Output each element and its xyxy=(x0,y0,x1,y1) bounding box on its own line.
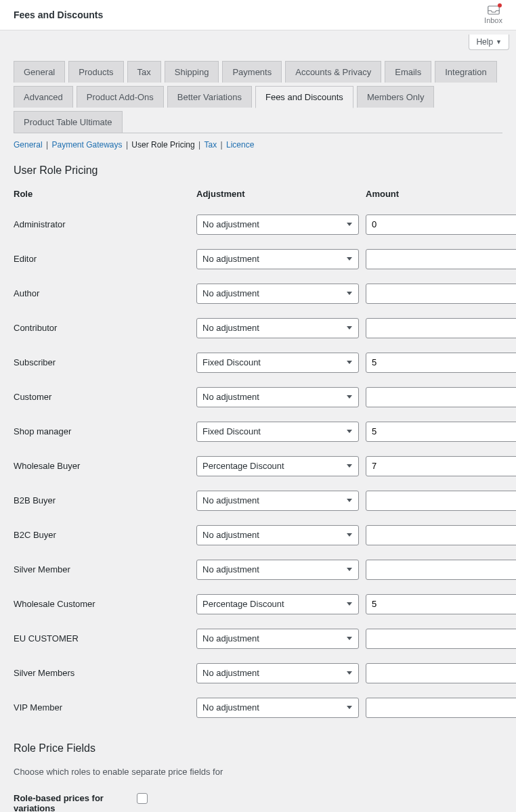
subnav: General | Payment Gateways | User Role P… xyxy=(0,133,516,150)
amount-input[interactable] xyxy=(366,491,516,511)
tab-better-variations[interactable]: Better Variations xyxy=(167,86,252,108)
adjustment-select-wrap: No adjustmentFixed DiscountPercentage Di… xyxy=(196,318,359,338)
amount-input[interactable] xyxy=(366,663,516,683)
subnav-link-tax[interactable]: Tax xyxy=(205,140,217,150)
help-button[interactable]: Help ▼ xyxy=(469,35,509,50)
amount-input[interactable] xyxy=(366,249,516,269)
adjustment-select[interactable]: No adjustmentFixed DiscountPercentage Di… xyxy=(196,698,359,718)
adjustment-select[interactable]: No adjustmentFixed DiscountPercentage Di… xyxy=(196,629,359,649)
adjustment-select[interactable]: No adjustmentFixed DiscountPercentage Di… xyxy=(196,284,359,304)
role-pricing-table: Role Adjustment Amount AdministratorNo a… xyxy=(14,189,502,722)
role-label: Editor xyxy=(14,244,190,273)
inbox-label: Inbox xyxy=(484,16,502,24)
amount-input[interactable] xyxy=(366,353,516,373)
amount-input[interactable] xyxy=(366,698,516,718)
adjustment-select[interactable]: No adjustmentFixed DiscountPercentage Di… xyxy=(196,456,359,476)
role-label: Subscriber xyxy=(14,348,190,377)
adjustment-select[interactable]: No adjustmentFixed DiscountPercentage Di… xyxy=(196,525,359,545)
tab-shipping[interactable]: Shipping xyxy=(165,61,219,83)
tabs: GeneralProductsTaxShippingPaymentsAccoun… xyxy=(0,61,516,133)
topbar: Fees and Discounts Inbox xyxy=(0,0,516,30)
adjustment-select[interactable]: No adjustmentFixed DiscountPercentage Di… xyxy=(196,215,359,235)
amount-input[interactable] xyxy=(366,560,516,580)
tab-fees-and-discounts[interactable]: Fees and Discounts xyxy=(255,86,353,108)
adjustment-select[interactable]: No adjustmentFixed DiscountPercentage Di… xyxy=(196,387,359,407)
role-label: Wholesale Customer xyxy=(14,589,190,618)
tab-products[interactable]: Products xyxy=(68,61,123,83)
variations-checkbox[interactable] xyxy=(137,793,148,804)
adjustment-select-wrap: No adjustmentFixed DiscountPercentage Di… xyxy=(196,663,359,683)
amount-input[interactable] xyxy=(366,525,516,545)
role-label: Silver Members xyxy=(14,658,190,687)
adjustment-select-wrap: No adjustmentFixed DiscountPercentage Di… xyxy=(196,215,359,235)
subnav-current: User Role Pricing xyxy=(131,140,194,150)
subnav-link-licence[interactable]: Licence xyxy=(226,140,254,150)
amount-input[interactable] xyxy=(366,215,516,235)
adjustment-select[interactable]: No adjustmentFixed DiscountPercentage Di… xyxy=(196,353,359,373)
inbox-icon xyxy=(488,5,500,15)
amount-input[interactable] xyxy=(366,594,516,614)
help-bar: Help ▼ xyxy=(0,30,516,54)
inbox-button[interactable]: Inbox xyxy=(484,5,502,24)
role-label: Author xyxy=(14,279,190,308)
tab-emails[interactable]: Emails xyxy=(385,61,431,83)
role-label: B2B Buyer xyxy=(14,486,190,515)
adjustment-select-wrap: No adjustmentFixed DiscountPercentage Di… xyxy=(196,456,359,476)
role-label: B2C Buyer xyxy=(14,520,190,549)
adjustment-select-wrap: No adjustmentFixed DiscountPercentage Di… xyxy=(196,422,359,442)
tab-product-table-ultimate[interactable]: Product Table Ultimate xyxy=(14,111,123,133)
field-variations-row: Role-based prices for variations xyxy=(14,790,502,812)
role-label: Shop manager xyxy=(14,417,190,446)
adjustment-select-wrap: No adjustmentFixed DiscountPercentage Di… xyxy=(196,387,359,407)
amount-input[interactable] xyxy=(366,318,516,338)
tab-general[interactable]: General xyxy=(14,61,65,83)
amount-input[interactable] xyxy=(366,456,516,476)
chevron-down-icon: ▼ xyxy=(496,39,502,45)
amount-input[interactable] xyxy=(366,387,516,407)
section-description: Choose which roles to enable separate pr… xyxy=(14,767,502,777)
subnav-link-general[interactable]: General xyxy=(14,140,43,150)
tab-product-add-ons[interactable]: Product Add-Ons xyxy=(77,86,164,108)
adjustment-select-wrap: No adjustmentFixed DiscountPercentage Di… xyxy=(196,249,359,269)
amount-input[interactable] xyxy=(366,629,516,649)
role-label: Contributor xyxy=(14,313,190,342)
adjustment-select[interactable]: No adjustmentFixed DiscountPercentage Di… xyxy=(196,249,359,269)
adjustment-select[interactable]: No adjustmentFixed DiscountPercentage Di… xyxy=(196,594,359,614)
role-label: Silver Member xyxy=(14,555,190,584)
adjustment-select-wrap: No adjustmentFixed DiscountPercentage Di… xyxy=(196,491,359,511)
subnav-link-payment-gateways[interactable]: Payment Gateways xyxy=(52,140,123,150)
tab-integration[interactable]: Integration xyxy=(435,61,496,83)
role-label: EU CUSTOMER xyxy=(14,624,190,653)
page-title: Fees and Discounts xyxy=(14,9,103,20)
amount-input[interactable] xyxy=(366,422,516,442)
adjustment-select-wrap: No adjustmentFixed DiscountPercentage Di… xyxy=(196,629,359,649)
header-role: Role xyxy=(14,189,190,204)
svg-rect-0 xyxy=(488,6,499,14)
tab-tax[interactable]: Tax xyxy=(127,61,161,83)
adjustment-select[interactable]: No adjustmentFixed DiscountPercentage Di… xyxy=(196,422,359,442)
adjustment-select-wrap: No adjustmentFixed DiscountPercentage Di… xyxy=(196,353,359,373)
adjustment-select-wrap: No adjustmentFixed DiscountPercentage Di… xyxy=(196,698,359,718)
adjustment-select-wrap: No adjustmentFixed DiscountPercentage Di… xyxy=(196,594,359,614)
amount-input[interactable] xyxy=(366,284,516,304)
adjustment-select-wrap: No adjustmentFixed DiscountPercentage Di… xyxy=(196,560,359,580)
adjustment-select[interactable]: No adjustmentFixed DiscountPercentage Di… xyxy=(196,560,359,580)
section-heading-role-price-fields: Role Price Fields xyxy=(14,742,502,754)
adjustment-select[interactable]: No adjustmentFixed DiscountPercentage Di… xyxy=(196,318,359,338)
adjustment-select[interactable]: No adjustmentFixed DiscountPercentage Di… xyxy=(196,663,359,683)
role-label: Administrator xyxy=(14,210,190,239)
adjustment-select-wrap: No adjustmentFixed DiscountPercentage Di… xyxy=(196,525,359,545)
tab-advanced[interactable]: Advanced xyxy=(14,86,73,108)
tab-members-only[interactable]: Members Only xyxy=(357,86,435,108)
header-amount: Amount xyxy=(366,189,516,204)
header-adjustment: Adjustment xyxy=(196,189,359,204)
adjustment-select[interactable]: No adjustmentFixed DiscountPercentage Di… xyxy=(196,491,359,511)
adjustment-select-wrap: No adjustmentFixed DiscountPercentage Di… xyxy=(196,284,359,304)
role-label: Customer xyxy=(14,382,190,411)
notification-dot-icon xyxy=(498,3,502,7)
tab-payments[interactable]: Payments xyxy=(222,61,282,83)
tab-accounts-privacy[interactable]: Accounts & Privacy xyxy=(285,61,381,83)
role-label: VIP Member xyxy=(14,693,190,722)
section-heading-user-role-pricing: User Role Pricing xyxy=(14,164,502,177)
role-label: Wholesale Buyer xyxy=(14,451,190,480)
